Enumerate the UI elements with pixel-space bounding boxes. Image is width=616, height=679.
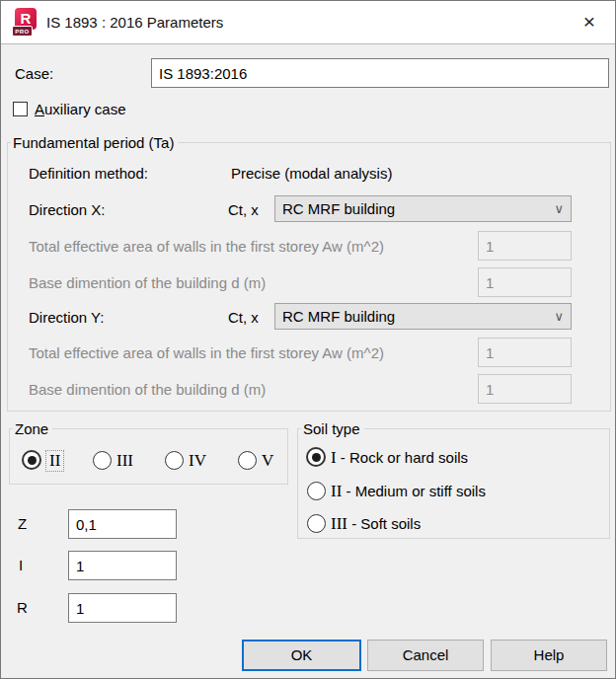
direction-y-combobox[interactable]: RC MRF building ∨ <box>274 303 572 330</box>
zone-label-iii[interactable]: III <box>116 451 133 471</box>
zone-radio-iii[interactable] <box>93 451 112 470</box>
soil-type-group-title: Soil type <box>301 419 364 439</box>
is1893-parameters-dialog: R PRO IS 1893 : 2016 Parameters × Case: … <box>0 0 616 679</box>
direction-x-combobox[interactable]: RC MRF building ∨ <box>274 195 572 222</box>
direction-x-combo-value: RC MRF building <box>282 200 395 217</box>
dialog-title: IS 1893 : 2016 Parameters <box>46 1 223 44</box>
fundamental-period-title: Fundamental period (Ta) <box>11 133 178 153</box>
title-bar: R PRO IS 1893 : 2016 Parameters × <box>1 1 615 44</box>
direction-y-label: Direction Y: <box>29 308 104 328</box>
zone-group-title: Zone <box>13 419 52 439</box>
close-icon[interactable]: × <box>572 7 607 38</box>
z-factor-label: Z <box>18 514 27 534</box>
help-button[interactable]: Help <box>491 640 607 671</box>
aw-y-label: Total effective area of walls in the fir… <box>29 343 384 363</box>
soil-text-i: - Rock or hard soils <box>337 449 468 466</box>
i-factor-input[interactable] <box>68 551 177 580</box>
ok-button[interactable]: OK <box>242 640 361 671</box>
zone-radio-iv[interactable] <box>165 451 184 470</box>
soil-label-i[interactable]: I - Rock or hard soils <box>331 448 468 468</box>
soil-numeral-ii: II <box>331 482 342 500</box>
d-y-label: Base dimention of the building d (m) <box>29 380 266 400</box>
zone-label-v[interactable]: V <box>262 451 273 471</box>
case-label: Case: <box>15 64 53 84</box>
soil-label-iii[interactable]: III - Soft soils <box>331 514 421 534</box>
auxiliary-accel: A <box>35 101 44 117</box>
soil-radio-iii[interactable] <box>307 514 326 533</box>
d-x-label: Base dimention of the building d (m) <box>29 273 266 293</box>
pro-badge: PRO <box>12 26 33 37</box>
ct-x-label-1: Ct, x <box>228 200 259 220</box>
chevron-down-icon: ∨ <box>554 196 564 221</box>
aw-y-input <box>478 338 572 367</box>
soil-text-iii: - Soft soils <box>347 515 421 532</box>
d-y-input <box>478 374 572 404</box>
chevron-down-icon: ∨ <box>554 304 564 329</box>
zone-radio-v[interactable] <box>238 451 257 470</box>
zone-label-ii[interactable]: II <box>45 450 64 472</box>
r-factor-label: R <box>17 598 28 618</box>
soil-numeral-iii: III <box>331 514 347 533</box>
zone-radio-ii[interactable] <box>22 450 41 470</box>
soil-radio-i[interactable] <box>306 447 326 467</box>
cancel-button[interactable]: Cancel <box>367 640 484 671</box>
aw-x-input <box>478 231 572 261</box>
robot-pro-app-icon: R PRO <box>12 7 38 38</box>
direction-y-combo-value: RC MRF building <box>282 308 395 325</box>
i-factor-label: I <box>19 556 23 575</box>
z-factor-input[interactable] <box>68 509 177 539</box>
auxiliary-rest: uxiliary case <box>44 101 126 117</box>
direction-x-label: Direction X: <box>29 200 106 220</box>
soil-label-ii[interactable]: II - Medium or stiff soils <box>331 482 486 501</box>
auxiliary-case-label: Auxiliary case <box>35 100 126 119</box>
ct-x-label-2: Ct, x <box>228 308 259 328</box>
d-x-input <box>478 267 572 297</box>
soil-radio-ii[interactable] <box>307 482 326 500</box>
aw-x-label: Total effective area of walls in the fir… <box>29 237 384 257</box>
auxiliary-case-checkbox[interactable] <box>13 102 28 116</box>
definition-method-value: Precise (modal analysis) <box>231 164 392 184</box>
r-factor-input[interactable] <box>68 593 177 623</box>
case-input[interactable] <box>151 58 609 88</box>
zone-label-iv[interactable]: IV <box>189 451 206 471</box>
soil-text-ii: - Medium or stiff soils <box>342 483 486 499</box>
definition-method-label: Definition method: <box>29 164 148 184</box>
